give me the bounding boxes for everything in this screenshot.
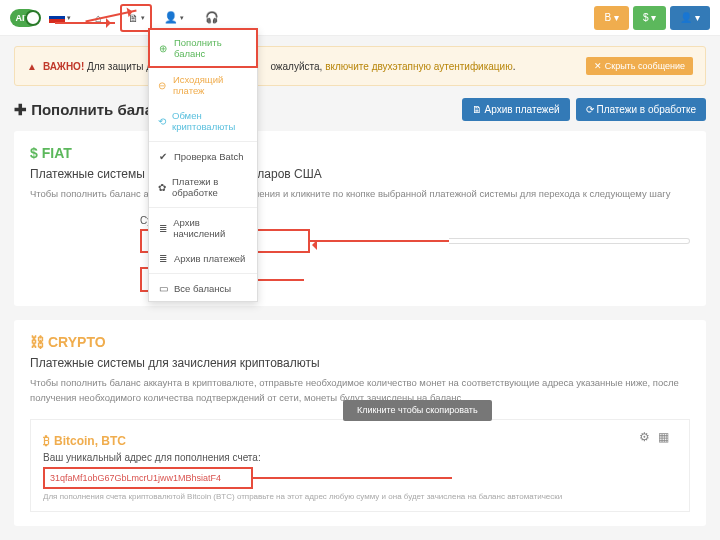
dd-check-batch[interactable]: ✔Проверка Batch bbox=[149, 144, 257, 169]
chain-icon: ⛓ bbox=[30, 334, 44, 350]
plus-circle-icon: ⊕ bbox=[159, 43, 168, 54]
hide-alert-button[interactable]: ✕ Скрыть сообщение bbox=[586, 57, 693, 75]
crypto-panel: ⛓CRYPTO Платежные системы для зачисления… bbox=[14, 320, 706, 526]
fiat-subtitle: Платежные системы дл ой валюты - Долларо… bbox=[30, 167, 690, 181]
fiat-description: Чтобы пополнить баланс акк укажите сумму… bbox=[30, 187, 690, 201]
security-alert: ▲ ВАЖНО! Для защиты досту ожалуйста, вкл… bbox=[14, 46, 706, 86]
settings-icon[interactable]: ⚙ bbox=[639, 430, 650, 444]
documents-dropdown: ⊕Пополнить баланс ⊖Исходящий платеж ⟲Обм… bbox=[148, 28, 258, 302]
address-label: Ваш уникальный адрес для пополнения счет… bbox=[43, 452, 677, 463]
headset-icon: 🎧 bbox=[205, 11, 219, 24]
crypto-subtitle: Платежные системы для зачисления криптов… bbox=[30, 356, 690, 370]
dd-processing[interactable]: ✿Платежи в обработке bbox=[149, 169, 257, 205]
minus-circle-icon: ⊖ bbox=[158, 80, 167, 91]
user-icon: 👤 bbox=[164, 11, 178, 24]
btc-box: Кликните чтобы скопировать ⚙▦ ₿Bitcoin, … bbox=[30, 419, 690, 512]
fiat-title: FIAT bbox=[42, 145, 72, 161]
payments-archive-button[interactable]: 🗎 Архив платежей bbox=[462, 98, 570, 121]
dd-outgoing[interactable]: ⊖Исходящий платеж bbox=[149, 67, 257, 103]
right-pill-group: B ▾ $ ▾ 👤 ▾ bbox=[594, 6, 710, 30]
dd-topup[interactable]: ⊕Пополнить баланс bbox=[148, 28, 258, 68]
dd-exchange[interactable]: ⟲Обмен криптовалюты bbox=[149, 103, 257, 139]
refresh-icon: ⟲ bbox=[158, 116, 166, 127]
btc-address-input[interactable] bbox=[43, 467, 253, 489]
fiat-panel: $FIAT Платежные системы дл ой валюты - Д… bbox=[14, 131, 706, 306]
qr-icon[interactable]: ▦ bbox=[658, 430, 669, 444]
pill-user[interactable]: 👤 ▾ bbox=[670, 6, 710, 30]
warning-icon: ▲ bbox=[27, 61, 37, 72]
check-icon: ✔ bbox=[158, 151, 168, 162]
gear-icon: ✿ bbox=[158, 182, 166, 193]
dd-accruals-archive[interactable]: ≣Архив начислений bbox=[149, 210, 257, 246]
dollar-icon: $ bbox=[30, 145, 38, 161]
payments-processing-button[interactable]: ⟳ Платежи в обработке bbox=[576, 98, 706, 121]
annotation-arrow bbox=[252, 477, 452, 479]
dd-all-balances[interactable]: ▭Все балансы bbox=[149, 276, 257, 301]
enable-2fa-link[interactable]: включите двухэтапную аутентификацию bbox=[325, 61, 513, 72]
crypto-title: CRYPTO bbox=[48, 334, 106, 350]
archive-icon: ≣ bbox=[158, 253, 168, 264]
archive-icon: ≣ bbox=[158, 223, 167, 234]
wallet-icon: ▭ bbox=[158, 283, 168, 294]
alert-badge: ВАЖНО! bbox=[43, 61, 84, 72]
top-navbar: AITi ▾ ⌂ 🗎▾ 👤▾ 🎧 B ▾ $ ▾ 👤 ▾ bbox=[0, 0, 720, 36]
logo: AITi bbox=[10, 9, 38, 27]
dd-payments-archive[interactable]: ≣Архив платежей bbox=[149, 246, 257, 271]
page-title: ✚ Пополнить баланс bbox=[14, 101, 170, 119]
btc-note: Для пополнения счета криптовалютой Bitco… bbox=[43, 492, 677, 501]
pill-currency[interactable]: $ ▾ bbox=[633, 6, 666, 30]
btc-title: Bitcoin, BTC bbox=[54, 434, 126, 448]
bitcoin-icon: ₿ bbox=[43, 434, 50, 448]
copy-address-button[interactable]: Кликните чтобы скопировать bbox=[343, 400, 492, 422]
page-header: ✚ Пополнить баланс 🗎 Архив платежей ⟳ Пл… bbox=[14, 98, 706, 121]
pill-b[interactable]: B ▾ bbox=[594, 6, 628, 30]
annotation-arrow bbox=[309, 240, 449, 242]
language-flag[interactable]: ▾ bbox=[44, 4, 76, 32]
